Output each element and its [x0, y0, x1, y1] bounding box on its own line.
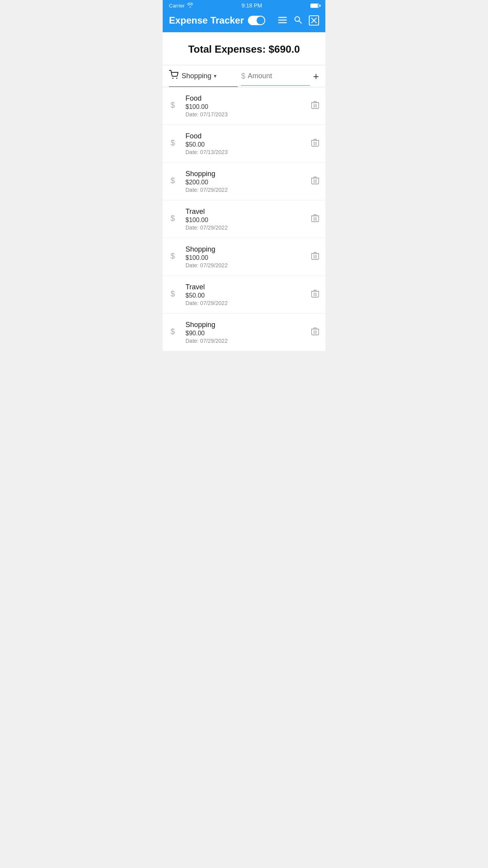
- expense-dollar-icon: $: [169, 327, 180, 338]
- delete-expense-button[interactable]: [311, 214, 319, 224]
- svg-rect-1: [278, 19, 287, 20]
- total-section: Total Expenses: $690.0: [163, 32, 325, 65]
- expense-info: Travel $50.00 Date: 07/29/2022: [185, 283, 306, 306]
- svg-text:$: $: [171, 214, 175, 223]
- delete-expense-button[interactable]: [311, 101, 319, 111]
- svg-rect-2: [278, 22, 287, 23]
- expense-item: $ Shopping $90.00 Date: 07/29/2022: [163, 314, 325, 351]
- status-time: 9:18 PM: [242, 2, 262, 9]
- amount-input-wrap: $: [241, 72, 310, 86]
- expense-dollar-icon: $: [169, 176, 180, 187]
- svg-text:$: $: [171, 101, 175, 109]
- svg-text:$: $: [171, 327, 175, 336]
- expense-dollar-icon: $: [169, 252, 180, 263]
- delete-expense-button[interactable]: [311, 252, 319, 262]
- expense-name: Shopping: [185, 321, 306, 329]
- app-title: Expense Tracker: [169, 15, 274, 26]
- svg-text:$: $: [171, 252, 175, 260]
- expense-item: $ Travel $50.00 Date: 07/29/2022: [163, 276, 325, 314]
- svg-point-8: [176, 78, 178, 79]
- wifi-icon: [187, 3, 193, 9]
- svg-text:$: $: [171, 176, 175, 185]
- expense-info: Travel $100.00 Date: 07/29/2022: [185, 208, 306, 231]
- expense-name: Shopping: [185, 245, 306, 254]
- expense-amount: $100.00: [185, 103, 306, 110]
- theme-toggle[interactable]: [248, 16, 265, 25]
- delete-expense-button[interactable]: [311, 289, 319, 300]
- svg-point-7: [172, 78, 174, 79]
- svg-text:$: $: [171, 138, 175, 147]
- expense-date: Date: 07/17/2023: [185, 111, 306, 118]
- expense-info: Shopping $90.00 Date: 07/29/2022: [185, 321, 306, 344]
- expense-dollar-icon: $: [169, 214, 180, 225]
- expense-date: Date: 07/13/2023: [185, 149, 306, 155]
- expense-date: Date: 07/29/2022: [185, 187, 306, 193]
- expense-amount: $90.00: [185, 330, 306, 337]
- expense-item: $ Shopping $100.00 Date: 07/29/2022: [163, 238, 325, 276]
- menu-button[interactable]: [278, 16, 287, 25]
- total-label: Total Expenses: $690.0: [188, 43, 300, 55]
- expense-list: $ Food $100.00 Date: 07/17/2023: [163, 87, 325, 351]
- expense-amount: $50.00: [185, 292, 306, 299]
- delete-expense-button[interactable]: [311, 138, 319, 149]
- expense-date: Date: 07/29/2022: [185, 338, 306, 344]
- expense-amount: $100.00: [185, 254, 306, 261]
- expense-name: Travel: [185, 283, 306, 291]
- delete-expense-button[interactable]: [311, 327, 319, 338]
- delete-all-button[interactable]: [309, 15, 319, 26]
- app-title-text: Expense Tracker: [169, 15, 244, 26]
- expense-item: $ Shopping $200.00 Date: 07/29/2022: [163, 163, 325, 200]
- expense-date: Date: 07/29/2022: [185, 262, 306, 268]
- expense-dollar-icon: $: [169, 289, 180, 300]
- carrier-label: Carrier: [169, 3, 185, 9]
- svg-rect-0: [278, 17, 287, 18]
- cart-icon: [169, 70, 179, 82]
- expense-dollar-icon: $: [169, 101, 180, 112]
- expense-date: Date: 07/29/2022: [185, 224, 306, 231]
- expense-item: $ Food $100.00 Date: 07/17/2023: [163, 87, 325, 125]
- expense-name: Shopping: [185, 170, 306, 178]
- expense-name: Travel: [185, 208, 306, 216]
- chevron-down-icon: ▾: [214, 73, 216, 79]
- toggle-knob: [257, 17, 264, 24]
- delete-expense-button[interactable]: [311, 176, 319, 187]
- expense-amount: $200.00: [185, 179, 306, 186]
- svg-text:$: $: [171, 289, 175, 298]
- expense-name: Food: [185, 132, 306, 140]
- expense-info: Shopping $200.00 Date: 07/29/2022: [185, 170, 306, 193]
- expense-item: $ Travel $100.00 Date: 07/29/2022: [163, 200, 325, 238]
- svg-line-4: [299, 21, 301, 23]
- add-expense-button[interactable]: +: [313, 70, 319, 86]
- input-row: Shopping ▾ $ +: [163, 65, 325, 87]
- amount-input[interactable]: [248, 72, 310, 80]
- expense-info: Shopping $100.00 Date: 07/29/2022: [185, 245, 306, 268]
- category-dropdown[interactable]: Shopping ▾: [169, 70, 238, 87]
- search-button[interactable]: [294, 16, 302, 26]
- expense-amount: $50.00: [185, 141, 306, 148]
- expense-amount: $100.00: [185, 217, 306, 224]
- expense-info: Food $50.00 Date: 07/13/2023: [185, 132, 306, 155]
- expense-info: Food $100.00 Date: 07/17/2023: [185, 94, 306, 118]
- toolbar: Expense Tracker: [163, 11, 325, 32]
- battery-icon: [310, 4, 319, 8]
- expense-dollar-icon: $: [169, 138, 180, 149]
- expense-item: $ Food $50.00 Date: 07/13/2023: [163, 125, 325, 163]
- toolbar-icons: [278, 15, 319, 26]
- expense-name: Food: [185, 94, 306, 103]
- status-bar: Carrier 9:18 PM: [163, 0, 325, 11]
- dollar-sign-icon: $: [241, 72, 245, 81]
- category-label: Shopping: [182, 72, 211, 80]
- expense-date: Date: 07/29/2022: [185, 300, 306, 306]
